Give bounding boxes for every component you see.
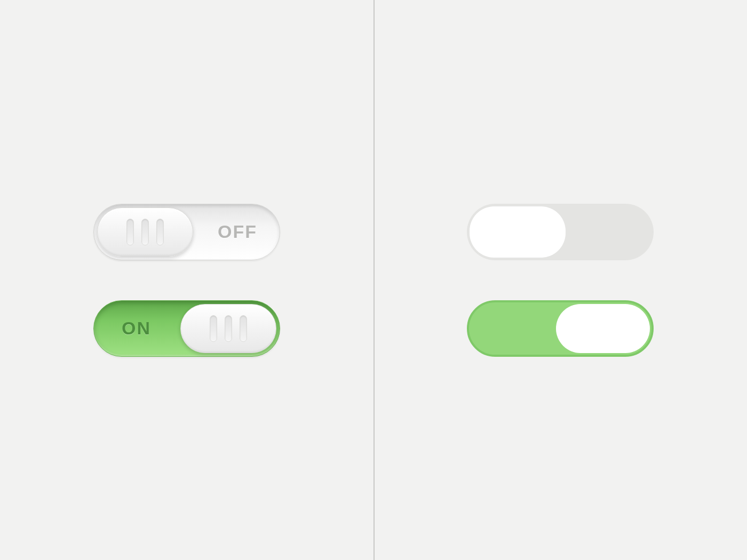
grip-icon — [156, 219, 164, 245]
skeu-toggle-off[interactable]: OFF — [93, 204, 280, 260]
toggle-label-off: OFF — [218, 221, 257, 242]
panel-skeuomorphic: OFF ON — [0, 0, 374, 560]
flat-knob-on[interactable] — [556, 304, 650, 353]
grip-icon — [240, 315, 247, 342]
grip-icon — [210, 315, 217, 342]
toggle-label-on: ON — [122, 318, 151, 339]
skeu-knob-on[interactable] — [180, 304, 276, 353]
skeu-toggle-on[interactable]: ON — [93, 300, 280, 357]
grip-icon — [141, 219, 149, 245]
flat-toggle-on[interactable] — [467, 300, 654, 357]
flat-toggle-off[interactable] — [467, 204, 654, 260]
panel-flat — [374, 0, 747, 560]
grip-icon — [126, 219, 134, 245]
flat-knob-off[interactable] — [470, 206, 566, 258]
skeu-knob-off[interactable] — [97, 207, 193, 257]
grip-icon — [225, 315, 232, 342]
